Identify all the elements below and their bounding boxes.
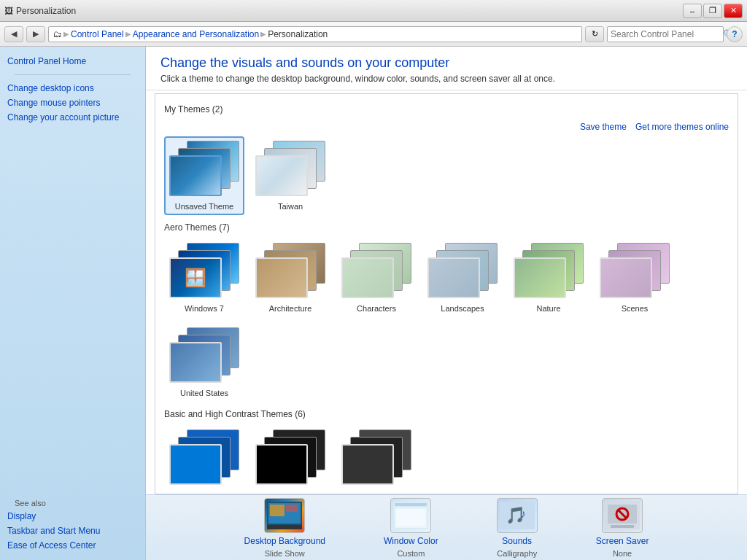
breadcrumb-icon: 🗂 bbox=[53, 29, 62, 39]
my-themes-grid: Unsaved Theme Taiwan bbox=[164, 136, 729, 215]
theme-item-basic3[interactable] bbox=[336, 425, 417, 492]
theme-label-united-states: United States bbox=[180, 389, 228, 397]
theme-thumb-architecture bbox=[254, 243, 327, 301]
theme-thumb-basic3 bbox=[340, 429, 413, 488]
content-header: Change the visuals and sounds on your co… bbox=[146, 47, 747, 90]
save-theme-button[interactable]: Save theme bbox=[580, 122, 627, 132]
breadcrumb-sep-1: ▶ bbox=[63, 30, 69, 38]
theme-item-architecture[interactable]: Architecture bbox=[250, 238, 330, 317]
aero-themes-grid: 🪟 Windows 7 Architecture bbox=[164, 238, 729, 402]
breadcrumb-personalization: Personalization bbox=[268, 29, 328, 39]
desktop-background-label: Desktop Background bbox=[244, 536, 325, 546]
svg-rect-8 bbox=[396, 509, 425, 526]
sounds-svg: 🎵 ♪ bbox=[500, 502, 535, 529]
desktop-background-icon bbox=[264, 498, 305, 533]
theme-label-scenes: Scenes bbox=[622, 304, 649, 313]
theme-thumb-taiwan bbox=[254, 141, 327, 199]
main-layout: Control Panel Home Change desktop icons … bbox=[0, 47, 747, 560]
page-title: Change the visuals and sounds on your co… bbox=[160, 55, 732, 71]
window-color-svg bbox=[393, 502, 428, 529]
sounds-icon: 🎵 ♪ bbox=[497, 498, 538, 533]
window-color-sublabel: Custom bbox=[397, 549, 425, 558]
breadcrumb-sep-2: ▶ bbox=[125, 30, 131, 38]
toolbar-item-window-color[interactable]: Window Color Custom bbox=[384, 498, 438, 558]
theme-item-nature[interactable]: Nature bbox=[508, 238, 589, 317]
theme-label-landscapes: Landscapes bbox=[441, 304, 484, 313]
svg-rect-16 bbox=[611, 525, 634, 528]
theme-item-unsaved[interactable]: Unsaved Theme bbox=[164, 136, 244, 215]
forward-button[interactable]: ▶ bbox=[26, 26, 45, 42]
sidebar-item-change-mouse-pointers[interactable]: Change mouse pointers bbox=[7, 96, 138, 110]
sidebar-item-taskbar[interactable]: Taskbar and Start Menu bbox=[7, 524, 138, 538]
theme-thumb-basic1 bbox=[168, 429, 241, 488]
restore-button[interactable]: ❐ bbox=[703, 4, 722, 18]
tla-front bbox=[427, 257, 480, 298]
thumb-front-taiwan bbox=[255, 155, 308, 196]
theme-thumb-unsaved bbox=[168, 141, 241, 199]
toolbar-item-desktop-background[interactable]: Desktop Background Slide Show bbox=[244, 498, 325, 558]
window-icon: 🖼 bbox=[4, 6, 13, 16]
address-bar: ◀ ▶ 🗂 ▶ Control Panel ▶ Appearance and P… bbox=[0, 22, 747, 47]
window-color-label: Window Color bbox=[384, 536, 438, 546]
theme-label-taiwan: Taiwan bbox=[278, 202, 303, 211]
sounds-sublabel: Calligraphy bbox=[497, 549, 537, 558]
theme-label-architecture: Architecture bbox=[269, 304, 312, 313]
tsc-front bbox=[600, 257, 652, 298]
back-button[interactable]: ◀ bbox=[4, 26, 23, 42]
tus-front bbox=[169, 342, 222, 383]
see-also-title: See also bbox=[7, 496, 138, 509]
svg-rect-2 bbox=[270, 505, 285, 516]
sidebar-item-change-account-picture[interactable]: Change your account picture bbox=[7, 110, 138, 125]
minimize-button[interactable]: – bbox=[683, 4, 702, 18]
breadcrumb-sep-3: ▶ bbox=[260, 30, 266, 38]
tw7-front: 🪟 bbox=[169, 257, 222, 298]
section-label-my-themes: My Themes (2) bbox=[164, 104, 729, 114]
theme-item-landscapes[interactable]: Landscapes bbox=[422, 238, 503, 317]
search-input[interactable] bbox=[611, 29, 720, 39]
svg-text:♪: ♪ bbox=[520, 508, 526, 520]
sidebar-item-control-panel-home[interactable]: Control Panel Home bbox=[7, 54, 138, 69]
window-color-icon bbox=[390, 498, 431, 533]
theme-item-taiwan[interactable]: Taiwan bbox=[250, 136, 330, 215]
theme-item-basic2[interactable] bbox=[250, 425, 330, 492]
window-title: Personalization bbox=[16, 6, 76, 16]
themes-scroll[interactable]: My Themes (2) Save theme Get more themes… bbox=[155, 93, 738, 494]
get-more-themes-button[interactable]: Get more themes online bbox=[635, 122, 729, 132]
theme-label-characters: Characters bbox=[357, 304, 396, 313]
bottom-toolbar: Desktop Background Slide Show Window Col… bbox=[146, 494, 747, 560]
desktop-background-sublabel: Slide Show bbox=[265, 549, 305, 558]
theme-item-windows7[interactable]: 🪟 Windows 7 bbox=[164, 238, 244, 317]
save-more-row: Save theme Get more themes online bbox=[164, 120, 729, 136]
tna-front bbox=[514, 257, 566, 298]
theme-label-nature: Nature bbox=[536, 304, 560, 313]
tarch-front bbox=[255, 257, 308, 298]
sidebar-item-ease-of-access[interactable]: Ease of Access Center bbox=[7, 538, 138, 553]
title-bar-controls: – ❐ ✕ bbox=[683, 4, 743, 18]
theme-item-scenes[interactable]: Scenes bbox=[595, 238, 675, 317]
sidebar-item-display[interactable]: Display bbox=[7, 509, 138, 524]
close-button[interactable]: ✕ bbox=[724, 4, 743, 18]
screen-saver-sublabel: None bbox=[613, 549, 632, 558]
tch-front bbox=[341, 257, 394, 298]
breadcrumb-appearance[interactable]: Appearance and Personalization bbox=[133, 29, 259, 39]
section-label-aero-themes: Aero Themes (7) bbox=[164, 222, 729, 233]
toolbar-item-sounds[interactable]: 🎵 ♪ Sounds Calligraphy bbox=[497, 498, 538, 558]
svg-rect-4 bbox=[267, 525, 302, 529]
sidebar-nav: Control Panel Home Change desktop icons … bbox=[0, 54, 145, 125]
theme-label-windows7: Windows 7 bbox=[185, 304, 224, 313]
theme-label-unsaved: Unsaved Theme bbox=[175, 202, 234, 211]
screen-saver-svg bbox=[605, 502, 640, 529]
toolbar-item-screen-saver[interactable]: Screen Saver None bbox=[596, 498, 649, 558]
theme-item-basic1[interactable] bbox=[164, 425, 244, 492]
breadcrumb-control-panel[interactable]: Control Panel bbox=[71, 29, 124, 39]
breadcrumb: 🗂 ▶ Control Panel ▶ Appearance and Perso… bbox=[48, 26, 582, 42]
theme-thumb-scenes bbox=[598, 243, 671, 301]
search-box: 🔍 bbox=[607, 26, 724, 42]
sidebar-item-change-desktop-icons[interactable]: Change desktop icons bbox=[7, 81, 138, 96]
theme-item-united-states[interactable]: United States bbox=[164, 323, 244, 402]
refresh-button[interactable]: ↻ bbox=[585, 26, 604, 42]
theme-item-characters[interactable]: Characters bbox=[336, 238, 417, 317]
theme-thumb-landscapes bbox=[426, 243, 499, 301]
sidebar-divider-1 bbox=[15, 74, 131, 75]
help-button[interactable]: ? bbox=[727, 26, 743, 42]
